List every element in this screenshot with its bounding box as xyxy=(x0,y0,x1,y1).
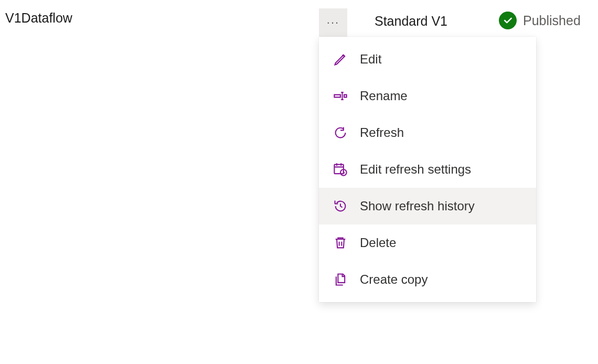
pencil-icon xyxy=(333,51,348,67)
context-menu: Edit Rename Refresh Edi xyxy=(319,37,536,302)
refresh-icon xyxy=(333,125,348,141)
menu-item-rename[interactable]: Rename xyxy=(319,78,536,114)
copy-icon xyxy=(333,272,348,287)
history-icon xyxy=(333,198,348,214)
menu-item-label: Edit refresh settings xyxy=(360,162,471,177)
template-label: Standard V1 xyxy=(375,14,447,29)
status-badge: Published xyxy=(499,12,581,29)
menu-item-label: Rename xyxy=(360,89,408,103)
menu-item-refresh[interactable]: Refresh xyxy=(319,114,536,151)
dataflow-name: V1Dataflow xyxy=(5,10,72,26)
more-options-button[interactable]: ··· xyxy=(319,8,347,37)
menu-item-edit[interactable]: Edit xyxy=(319,41,536,78)
checkmark-circle-icon xyxy=(499,12,517,29)
svg-rect-0 xyxy=(334,165,344,174)
menu-item-label: Create copy xyxy=(360,272,428,287)
menu-item-label: Edit xyxy=(360,52,381,67)
menu-item-label: Show refresh history xyxy=(360,199,475,213)
menu-item-delete[interactable]: Delete xyxy=(319,224,536,261)
calendar-clock-icon xyxy=(333,162,348,177)
rename-icon xyxy=(333,88,348,104)
menu-item-edit-refresh-settings[interactable]: Edit refresh settings xyxy=(319,151,536,188)
menu-item-show-refresh-history[interactable]: Show refresh history xyxy=(319,188,536,224)
status-text: Published xyxy=(523,13,581,28)
menu-item-label: Delete xyxy=(360,235,396,250)
trash-icon xyxy=(333,235,348,251)
menu-item-label: Refresh xyxy=(360,125,404,140)
menu-item-create-copy[interactable]: Create copy xyxy=(319,261,536,298)
